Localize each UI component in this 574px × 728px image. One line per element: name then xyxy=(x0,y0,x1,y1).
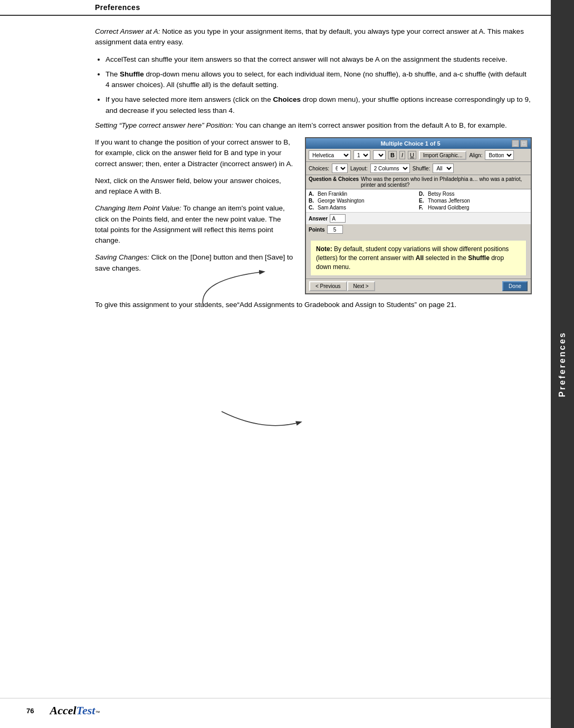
right-sidebar: Preferences xyxy=(551,0,574,728)
logo-tm: ™ xyxy=(95,710,100,715)
shuffle-label: Shuffle: xyxy=(413,166,430,171)
points-label: Points xyxy=(309,227,325,233)
size-step-select[interactable]: ◄ xyxy=(373,150,386,160)
acceltest-logo: AccelTest™ xyxy=(50,704,100,717)
left-para-3: Changing Item Point Value: To change an … xyxy=(95,203,294,246)
answer-b: B. George Washington xyxy=(309,198,418,204)
changing-point-heading: Changing Item Point Value: xyxy=(95,204,181,212)
question-choices-label: Question & Choices xyxy=(309,176,359,182)
layout-label: Layout: xyxy=(350,166,368,171)
page-number: 76 xyxy=(26,707,34,715)
note-prefix: Note: xyxy=(316,245,332,253)
bottom-para: To give this assignment to your students… xyxy=(95,300,532,310)
note-all-bold: All xyxy=(416,254,424,262)
note-suffix: selected in the xyxy=(425,254,468,262)
two-col-section: If you want to change the position of yo… xyxy=(95,137,532,294)
dialog-footer: < Previous Next > Done xyxy=(306,279,531,293)
prev-button[interactable]: < Previous xyxy=(309,281,347,291)
import-graphic-btn[interactable]: Import Graphic... xyxy=(419,151,466,160)
dialog-minimize-btn[interactable]: _ xyxy=(512,140,519,147)
bullet-text-1: AccelTest can shuffle your item answers … xyxy=(106,55,507,63)
answer-input[interactable] xyxy=(330,214,346,223)
dialog-maximize-btn[interactable]: □ xyxy=(520,140,528,147)
dialog-mockup: Multiple Choice 1 of 5 _ □ Helvetica 10 xyxy=(305,137,532,294)
layout-select[interactable]: 2 Columns xyxy=(370,164,410,173)
page-header: Preferences xyxy=(0,0,574,16)
shuffle-select[interactable]: All xyxy=(433,164,454,173)
note-area: Note: By default, student copy variation… xyxy=(306,235,531,279)
left-para-2: Next, click on the Answer field, below y… xyxy=(95,176,294,197)
note-box: Note: By default, student copy variation… xyxy=(310,240,527,276)
left-para-1: If you want to change the position of yo… xyxy=(95,137,294,169)
align-label: Align: xyxy=(469,152,482,158)
saving-changes-heading: Saving Changes: xyxy=(95,253,149,261)
choices-select[interactable]: 6 xyxy=(332,164,348,173)
right-column: Multiple Choice 1 of 5 _ □ Helvetica 10 xyxy=(305,137,532,294)
correct-answer-heading: Correct Answer at A: xyxy=(95,27,160,35)
font-size-select[interactable]: 10 xyxy=(353,150,370,160)
header-title: Preferences xyxy=(95,3,140,12)
answer-c: C. Sam Adams xyxy=(309,205,418,210)
bullet-item-3: If you have selected more item answers (… xyxy=(106,94,532,116)
italic-btn[interactable]: I xyxy=(399,151,405,159)
points-input[interactable] xyxy=(327,225,343,234)
dialog-options-bar: Choices: 6 Layout: 2 Columns Shuffle: Al… xyxy=(306,162,531,175)
dialog-controls[interactable]: _ □ xyxy=(512,140,528,147)
dialog-toolbar: Helvetica 10 ◄ B I U Import Graphic... A… xyxy=(306,149,531,162)
points-row: Points xyxy=(306,224,531,235)
answers-grid: A. Ben Franklin D. Betsy Ross B. George … xyxy=(306,189,531,212)
setting-text: You can change an item’s correct answer … xyxy=(235,121,507,129)
shuffle-bold: Shuffle xyxy=(120,70,144,78)
answer-a: A. Ben Franklin xyxy=(309,191,418,197)
left-para-4: Saving Changes: Click on the [Done] butt… xyxy=(95,252,294,274)
dialog-title: Multiple Choice 1 of 5 xyxy=(309,140,512,147)
main-content: Correct Answer at A: Notice as you type … xyxy=(90,16,542,328)
sidebar-label: Preferences xyxy=(558,331,567,397)
note-shuffle-bold: Shuffle xyxy=(468,254,490,262)
font-select[interactable]: Helvetica xyxy=(309,150,351,160)
answer-d: D. Betsy Ross xyxy=(419,191,528,197)
choices-label: Choices: xyxy=(309,166,329,171)
dialog-titlebar: Multiple Choice 1 of 5 _ □ xyxy=(306,138,531,149)
question-text: Who was the person who lived in Philadel… xyxy=(361,176,528,188)
choices-bold: Choices xyxy=(273,95,301,103)
bullet-list: AccelTest can shuffle your item answers … xyxy=(106,54,532,116)
page-footer: 76 AccelTest™ xyxy=(0,698,551,717)
done-button[interactable]: Done xyxy=(502,281,528,291)
bullet-item-1: AccelTest can shuffle your item answers … xyxy=(106,54,532,65)
correct-answer-section: Correct Answer at A: Notice as you type … xyxy=(95,26,532,48)
setting-section: Setting “Type correct answer here” Posit… xyxy=(95,120,532,131)
logo-accel-text: Accel xyxy=(50,704,76,717)
left-column: If you want to change the position of yo… xyxy=(95,137,294,280)
answer-row: Answer xyxy=(306,212,531,224)
bottom-text: To give this assignment to your students… xyxy=(95,301,456,309)
align-select[interactable]: Bottom xyxy=(485,150,514,160)
answer-f: F. Howard Goldberg xyxy=(419,205,528,210)
setting-heading: Setting “Type correct answer here” Posit… xyxy=(95,121,233,129)
bold-btn[interactable]: B xyxy=(388,151,397,159)
answer-e: E. Thomas Jefferson xyxy=(419,198,528,204)
logo-test-text: Test xyxy=(76,704,95,717)
underline-btn[interactable]: U xyxy=(408,151,416,159)
bullet-item-2: The Shuffle drop-down menu allows you to… xyxy=(106,69,532,91)
next-button[interactable]: Next > xyxy=(347,281,375,291)
answer-label: Answer xyxy=(309,216,328,222)
